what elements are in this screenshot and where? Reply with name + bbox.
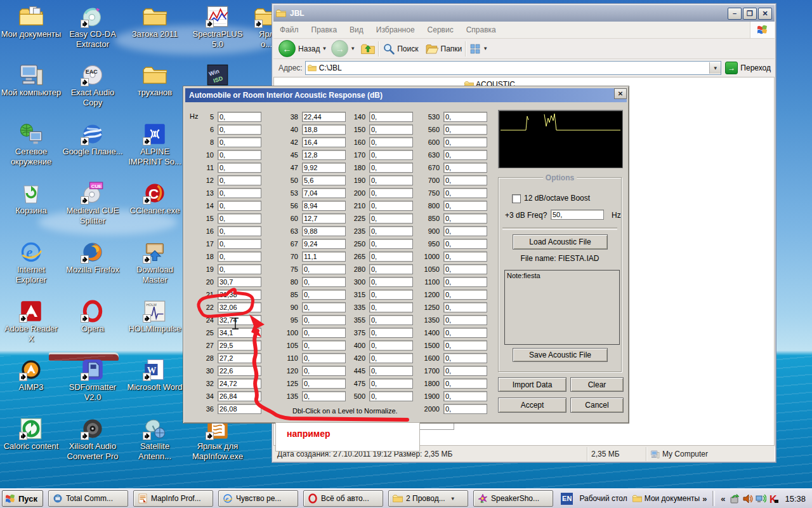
level-input-40hz[interactable] <box>302 124 346 135</box>
level-input-10hz[interactable] <box>218 150 261 160</box>
level-input-630hz[interactable] <box>443 150 487 160</box>
level-input-265hz[interactable] <box>369 251 413 262</box>
level-input-375hz[interactable] <box>369 328 413 338</box>
desktop-icon-satellite-antenn-[interactable]: Satellite Antenn... <box>124 417 185 462</box>
menu-файл[interactable]: Файл <box>273 25 305 34</box>
level-input-60hz[interactable] <box>302 213 346 224</box>
level-input-1500hz[interactable] <box>443 340 487 351</box>
level-input-34hz[interactable] <box>218 391 261 401</box>
desktop-icon-aimp3[interactable]: AIMP3 <box>1 358 62 392</box>
level-input-21hz[interactable] <box>218 290 261 300</box>
load-acoustic-file-button[interactable]: Load Acoustic File <box>513 234 608 250</box>
taskbar-button-speakersho-[interactable]: IFASpeakerSho... <box>473 490 553 507</box>
volume-tray-icon[interactable] <box>742 493 753 504</box>
up-folder-icon[interactable] <box>361 43 375 55</box>
close-button[interactable]: ✕ <box>758 8 772 20</box>
level-input-28hz[interactable] <box>218 353 261 363</box>
level-input-190hz[interactable] <box>369 175 413 185</box>
level-input-170hz[interactable] <box>369 150 413 160</box>
desktop-icon-microsoft-word[interactable]: WMicrosoft Word <box>124 358 185 392</box>
group-dropdown-icon[interactable]: ▼ <box>450 496 455 502</box>
desktop-icon-затока-2011[interactable]: Затока 2011 <box>124 5 185 39</box>
forward-dropdown-icon[interactable]: ▼ <box>350 46 355 51</box>
chevron-right-icon[interactable]: » <box>702 494 707 504</box>
level-input-135hz[interactable] <box>302 391 346 401</box>
note-box[interactable]: Note:fiesta <box>504 270 620 345</box>
level-input-100hz[interactable] <box>302 328 346 338</box>
level-input-200hz[interactable] <box>369 188 413 198</box>
level-input-315hz[interactable] <box>369 290 413 300</box>
level-input-225hz[interactable] <box>369 213 413 224</box>
search-label[interactable]: Поиск <box>397 44 418 53</box>
freq-input[interactable] <box>551 210 604 220</box>
level-input-500hz[interactable] <box>369 391 413 401</box>
address-dropdown-icon[interactable]: ▼ <box>709 62 721 74</box>
go-label[interactable]: Переход <box>740 64 771 72</box>
level-input-19hz[interactable] <box>218 264 261 274</box>
level-input-45hz[interactable] <box>302 150 346 160</box>
desktop-icon-сетевое-окружение[interactable]: Сетевое окружение <box>1 123 62 167</box>
desktop-icon-мой-компьютер[interactable]: Мой компьютер <box>1 64 62 98</box>
quicklaunch-documents-label[interactable]: Мои документы <box>645 494 700 503</box>
back-dropdown-icon[interactable]: ▼ <box>322 46 327 51</box>
level-input-125hz[interactable] <box>302 378 346 389</box>
level-input-140hz[interactable] <box>369 112 413 122</box>
level-input-1200hz[interactable] <box>443 290 487 300</box>
desktop-icon-ccleaner-exe[interactable]: CCCleaner.exe <box>124 182 185 216</box>
menu-избранное[interactable]: Избранное <box>370 25 421 34</box>
level-input-15hz[interactable] <box>218 213 261 224</box>
boost-checkbox[interactable] <box>512 194 521 203</box>
taskbar-button-чувство-ре-[interactable]: eЧувство ре... <box>218 490 298 507</box>
level-input-700hz[interactable] <box>443 175 487 185</box>
level-input-1600hz[interactable] <box>443 353 487 363</box>
level-input-38hz[interactable] <box>302 112 346 122</box>
level-input-56hz[interactable] <box>302 201 346 211</box>
level-input-105hz[interactable] <box>302 340 346 351</box>
go-button[interactable]: → Переход <box>725 62 771 74</box>
level-input-475hz[interactable] <box>369 378 413 389</box>
level-input-70hz[interactable] <box>302 251 346 262</box>
minimize-button[interactable]: – <box>728 8 742 20</box>
level-input-5hz[interactable] <box>218 112 261 122</box>
level-input-30hz[interactable] <box>218 366 261 376</box>
level-input-1350hz[interactable] <box>443 315 487 325</box>
level-input-335hz[interactable] <box>369 302 413 312</box>
level-input-14hz[interactable] <box>218 201 261 211</box>
back-button[interactable]: ← <box>278 40 296 57</box>
desktop-icon-easy-cd-da-extractor[interactable]: Easy CD-DA Extractor <box>62 5 123 50</box>
level-input-160hz[interactable] <box>369 137 413 147</box>
save-acoustic-file-button[interactable]: Save Acoustic File <box>513 348 608 362</box>
level-input-235hz[interactable] <box>369 226 413 236</box>
level-input-670hz[interactable] <box>443 163 487 173</box>
level-input-800hz[interactable] <box>443 201 487 211</box>
level-input-24hz[interactable] <box>218 315 261 325</box>
address-value[interactable]: C:\JBL <box>319 64 342 72</box>
level-input-85hz[interactable] <box>302 290 346 300</box>
folders-label[interactable]: Папки <box>441 44 462 53</box>
desktop-icon-adobe-reader-x[interactable]: Adobe Reader X <box>1 300 62 344</box>
update-tray-icon[interactable] <box>729 493 740 504</box>
level-input-36hz[interactable] <box>218 404 261 414</box>
kaspersky-tray-icon[interactable]: K <box>769 493 780 504</box>
level-input-18hz[interactable] <box>218 251 261 262</box>
level-input-850hz[interactable] <box>443 213 487 224</box>
desktop-icon-holmimpulse[interactable]: HOLMHOLMImpulse <box>124 300 185 334</box>
level-input-530hz[interactable] <box>443 112 487 122</box>
level-input-53hz[interactable] <box>302 188 346 198</box>
menu-вид[interactable]: Вид <box>343 25 370 34</box>
desktop-icon-download-master[interactable]: Download Master <box>124 241 185 285</box>
level-input-420hz[interactable] <box>369 353 413 363</box>
level-input-20hz[interactable] <box>218 277 261 287</box>
desktop-icon-medieval-cue-splitter[interactable]: CUEMedieval CUE Splitter <box>62 182 123 226</box>
desktop-icon-ярлык-для-mapinfow-exe[interactable]: Ярлык для MapInfow.exe <box>187 417 248 462</box>
desktop-icon-internet-explorer[interactable]: eInternet Explorer <box>1 241 62 285</box>
boost-checkbox-label[interactable]: 12 dB/octave Boost <box>524 194 590 203</box>
folders-icon[interactable] <box>425 43 439 55</box>
desktop-icon-winisd[interactable]: WinISD <box>187 64 248 88</box>
level-input-560hz[interactable] <box>443 124 487 135</box>
menu-сервис[interactable]: Сервис <box>421 25 460 34</box>
quicklaunch-desktop-label[interactable]: Рабочий стол <box>579 494 627 503</box>
address-combo[interactable]: C:\JBL ▼ <box>305 61 722 75</box>
level-input-63hz[interactable] <box>302 226 346 236</box>
dialog-titlebar[interactable]: Automobile or Room Interior Acoustic Res… <box>185 88 627 102</box>
